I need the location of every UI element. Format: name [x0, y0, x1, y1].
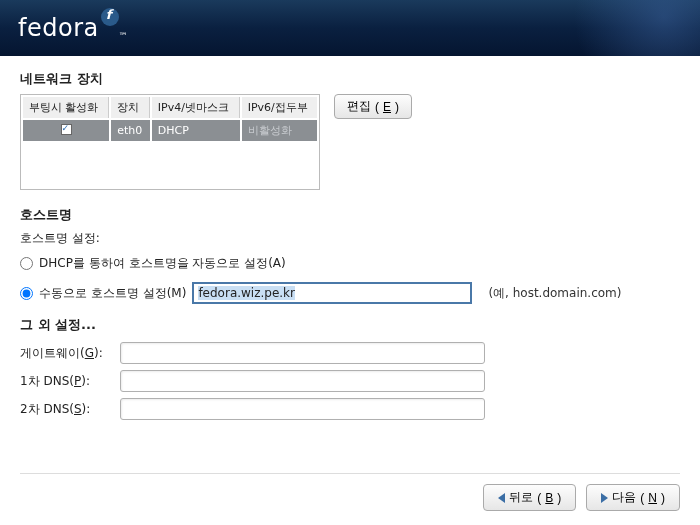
hostname-setting-label: 호스트명 설정: [20, 230, 680, 247]
radio-dhcp[interactable] [20, 257, 33, 270]
header-bar: fedora™ [0, 0, 700, 56]
logo-text: fedora [18, 14, 99, 42]
table-empty-area [23, 143, 317, 187]
hostname-title: 호스트명 [20, 206, 680, 224]
network-device-table[interactable]: 부팅시 활성화 장치 IPv4/넷마스크 IPv6/접두부 eth0 DHCP … [20, 94, 320, 190]
dns1-label: 1차 DNS(P): [20, 373, 120, 390]
radio-manual[interactable] [20, 287, 33, 300]
radio-manual-row[interactable]: 수동으로 호스트명 설정(M) fedora.wiz.pe.kr (예, hos… [20, 282, 680, 304]
dns2-input[interactable] [120, 398, 485, 420]
dns1-input[interactable] [120, 370, 485, 392]
footer-nav: 뒤로(B) 다음(N) [20, 473, 680, 511]
logo-tm: ™ [119, 31, 129, 41]
radio-dhcp-label: DHCP를 통하여 호스트명을 자동으로 설정(A) [39, 255, 286, 272]
table-row[interactable]: eth0 DHCP 비활성화 [23, 120, 317, 141]
back-button[interactable]: 뒤로(B) [483, 484, 576, 511]
next-button[interactable]: 다음(N) [586, 484, 680, 511]
hostname-example: (예, host.domain.com) [488, 285, 621, 302]
network-devices-title: 네트워크 장치 [20, 70, 680, 88]
dns2-label: 2차 DNS(S): [20, 401, 120, 418]
cell-ipv6: 비활성화 [242, 120, 317, 141]
gateway-label: 게이트웨이(G): [20, 345, 120, 362]
col-ipv6[interactable]: IPv6/접두부 [242, 97, 317, 118]
hostname-input[interactable]: fedora.wiz.pe.kr [192, 282, 472, 304]
col-boot-active[interactable]: 부팅시 활성화 [23, 97, 109, 118]
arrow-right-icon [601, 493, 608, 503]
fedora-bubble-icon [101, 8, 119, 26]
arrow-left-icon [498, 493, 505, 503]
col-device[interactable]: 장치 [111, 97, 150, 118]
gateway-input[interactable] [120, 342, 485, 364]
cell-device: eth0 [111, 120, 150, 141]
other-settings-title: 그 외 설정... [20, 316, 680, 334]
checkbox-active-icon[interactable] [61, 124, 72, 135]
radio-manual-label: 수동으로 호스트명 설정(M) [39, 285, 186, 302]
radio-dhcp-row[interactable]: DHCP를 통하여 호스트명을 자동으로 설정(A) [20, 255, 680, 272]
cell-ipv4: DHCP [152, 120, 240, 141]
col-ipv4[interactable]: IPv4/넷마스크 [152, 97, 240, 118]
edit-button[interactable]: 편집(E) [334, 94, 412, 119]
fedora-logo: fedora™ [18, 14, 128, 42]
